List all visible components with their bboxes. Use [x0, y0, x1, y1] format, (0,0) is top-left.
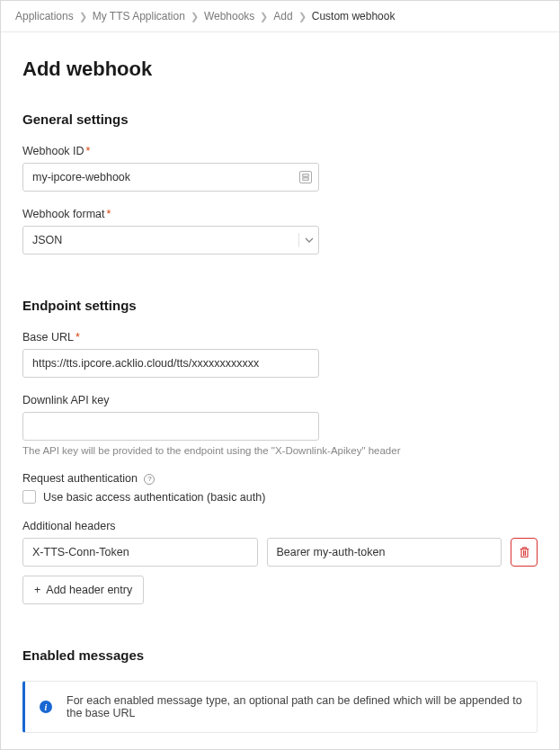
- chevron-right-icon: ❯: [191, 11, 199, 22]
- header-row: [22, 538, 538, 567]
- breadcrumb-current: Custom webhook: [312, 10, 396, 22]
- section-heading-general: General settings: [22, 112, 538, 127]
- chevron-right-icon: ❯: [79, 11, 87, 22]
- header-value-input[interactable]: [267, 538, 502, 567]
- webhook-id-input[interactable]: [22, 163, 319, 192]
- help-icon[interactable]: ?: [144, 474, 155, 485]
- page-title: Add webhook: [22, 58, 538, 81]
- add-header-button[interactable]: + Add header entry: [22, 576, 144, 604]
- delete-header-button[interactable]: [511, 538, 538, 567]
- downlink-api-key-label: Downlink API key: [22, 394, 538, 406]
- trash-icon: [519, 546, 530, 558]
- svg-rect-1: [303, 178, 308, 180]
- section-heading-enabled-messages: Enabled messages: [22, 647, 538, 663]
- info-banner-text: For each enabled message type, an option…: [67, 694, 522, 719]
- breadcrumb-webhooks[interactable]: Webhooks: [204, 10, 254, 22]
- request-auth-label: Request authentication ?: [22, 472, 538, 485]
- chevron-right-icon: ❯: [260, 11, 268, 22]
- webhook-format-label: Webhook format*: [22, 208, 538, 220]
- webhook-format-select[interactable]: JSON: [22, 226, 319, 254]
- info-banner: i For each enabled message type, an opti…: [22, 681, 538, 733]
- form-helper-icon[interactable]: [299, 171, 312, 183]
- svg-rect-0: [303, 174, 308, 176]
- additional-headers-label: Additional headers: [22, 520, 538, 532]
- header-key-input[interactable]: [22, 538, 258, 567]
- base-url-label: Base URL*: [22, 331, 538, 344]
- webhook-id-label: Webhook ID*: [22, 145, 538, 157]
- base-url-input[interactable]: [22, 349, 319, 378]
- breadcrumb-add[interactable]: Add: [273, 10, 292, 22]
- downlink-api-key-input[interactable]: [22, 412, 319, 441]
- breadcrumb-applications[interactable]: Applications: [15, 10, 74, 22]
- downlink-help-text: The API key will be provided to the endp…: [22, 445, 538, 456]
- plus-icon: +: [34, 584, 40, 596]
- breadcrumb-my-tts-application[interactable]: My TTS Application: [93, 10, 185, 22]
- chevron-right-icon: ❯: [298, 11, 307, 22]
- basic-auth-checkbox-label: Use basic access authentication (basic a…: [43, 491, 265, 504]
- info-icon: i: [40, 701, 52, 713]
- basic-auth-checkbox[interactable]: [22, 490, 36, 504]
- breadcrumb: Applications ❯ My TTS Application ❯ Webh…: [1, 1, 559, 32]
- section-heading-endpoint: Endpoint settings: [22, 298, 538, 313]
